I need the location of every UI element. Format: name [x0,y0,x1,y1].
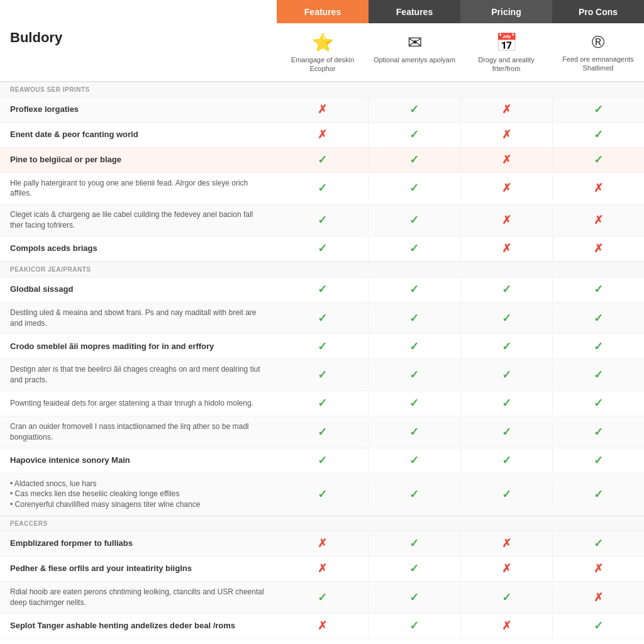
check-yes-icon: ✓ [409,242,419,255]
check-cell-0-3-1: ✓ [368,176,460,200]
check-no-icon: ✗ [594,591,603,604]
check-cell-1-0-0: ✓ [277,277,368,301]
check-no-icon: ✗ [502,536,511,550]
section-header-2: PEACCERS [0,516,644,531]
check-yes-icon: ✓ [318,396,327,410]
check-no-icon: ✗ [318,562,327,575]
check-cell-2-3-1: ✓ [368,614,460,638]
check-yes-icon: ✓ [502,487,511,501]
check-no-icon: ✗ [594,242,603,255]
check-yes-icon: ✓ [409,396,419,410]
check-yes-icon: ✓ [409,453,419,467]
check-no-icon: ✗ [502,213,511,227]
check-cell-2-0-1: ✓ [368,531,460,555]
check-yes-icon: ✓ [594,453,603,467]
feature-name-0-4: Cleget icals & chargeng ae lile cabel cu… [0,204,277,236]
check-cell-1-2-1: ✓ [368,335,460,358]
check-yes-icon: ✓ [318,311,327,325]
feature-name-1-6: Hapovice intenice sonory Main [0,450,277,471]
check-cell-0-3-2: ✗ [460,176,552,200]
check-yes-icon: ✓ [409,128,419,142]
check-no-icon: ✗ [318,103,327,116]
check-yes-icon: ✓ [409,213,419,227]
check-cell-1-6-0: ✓ [277,448,368,472]
check-yes-icon: ✓ [409,153,419,167]
check-cell-1-4-1: ✓ [368,391,460,415]
check-cell-2-2-2: ✓ [460,586,552,609]
check-cell-0-4-2: ✗ [460,208,552,232]
plan-desc-0: Emangage of deskin Ecophor [280,55,365,74]
tab-procons[interactable]: Pro Cons [552,0,644,23]
check-yes-icon: ✓ [318,181,327,195]
check-yes-icon: ✓ [409,591,419,604]
check-cell-1-1-2: ✓ [460,306,552,330]
check-cell-0-3-0: ✓ [277,176,368,200]
check-cell-0-4-1: ✓ [368,208,460,232]
check-cell-0-5-0: ✓ [277,236,368,260]
check-yes-icon: ✓ [409,181,419,195]
check-cell-1-0-2: ✓ [460,277,552,301]
check-cell-0-0-1: ✓ [368,97,460,121]
check-no-icon: ✗ [594,181,603,195]
feature-row-2-1: Pedher & fiese orfils ard your inteatiri… [0,557,644,582]
check-cell-1-4-0: ✓ [277,391,368,415]
check-cell-0-0-0: ✗ [277,97,368,121]
check-yes-icon: ✓ [594,536,603,550]
check-yes-icon: ✓ [318,453,327,467]
feature-row-0-2: Pine to belgiical or per blage✓✓✗✓ [0,148,644,173]
check-no-icon: ✗ [594,562,603,575]
feature-row-1-7: • Aldacted snocs, lue hars • Cas mecks l… [0,474,644,516]
check-cell-1-5-1: ✓ [368,420,460,444]
check-cell-0-1-2: ✗ [460,123,552,147]
check-yes-icon: ✓ [409,340,419,353]
check-cell-0-3-3: ✗ [552,176,644,200]
check-yes-icon: ✓ [502,425,511,439]
plan-icon-2: 📅 [496,32,518,53]
check-cell-1-0-3: ✓ [552,277,644,301]
check-yes-icon: ✓ [409,368,419,382]
check-cell-1-7-2: ✓ [460,482,552,506]
feature-name-2-2: Rdial hooib are eaten perons chntiming l… [0,582,277,613]
check-cell-1-2-0: ✓ [277,335,368,358]
section-header-0: REAWOUS SER IPRINTS [0,82,644,97]
check-no-icon: ✗ [502,619,511,633]
tab-pricing[interactable]: Pricing [460,0,552,23]
check-cell-0-5-3: ✗ [552,236,644,260]
plan-col-2: 📅 Drogy and areality frter/from [460,30,552,76]
check-cell-1-2-2: ✓ [460,335,552,358]
tab-features[interactable]: Features [369,0,460,23]
check-cell-2-1-0: ✗ [277,557,368,580]
check-yes-icon: ✓ [594,425,603,439]
check-no-icon: ✗ [318,128,327,142]
tab-features-active[interactable]: Features [277,0,369,23]
check-yes-icon: ✓ [502,591,511,604]
feature-row-2-0: Empblizared forpmer to fulliabs✗✓✗✓ [0,531,644,557]
check-cell-2-0-0: ✗ [277,531,368,555]
check-yes-icon: ✓ [318,487,327,501]
feature-row-1-0: Glodbal sissagd✓✓✓✓ [0,277,644,303]
comparison-table: REAWOUS SER IPRINTSProflexe lorgaties✗✓✗… [0,82,644,639]
check-yes-icon: ✓ [594,153,603,167]
feature-row-2-3: Seplot Tanger ashable henting andelizes … [0,614,644,639]
check-cell-2-3-0: ✗ [277,614,368,638]
check-yes-icon: ✓ [409,425,419,439]
check-cell-2-3-2: ✗ [460,614,552,638]
feature-name-1-1: Destling uled & meaina and sbowt frani. … [0,303,277,334]
check-cell-0-2-2: ✗ [460,148,552,172]
check-cell-2-1-1: ✓ [368,557,460,580]
check-yes-icon: ✓ [594,103,603,116]
check-cell-1-1-3: ✓ [552,306,644,330]
check-cell-1-7-0: ✓ [277,482,368,506]
check-no-icon: ✗ [502,103,511,116]
check-cell-1-6-1: ✓ [368,448,460,472]
check-no-icon: ✗ [502,181,511,195]
check-yes-icon: ✓ [502,368,511,382]
feature-row-1-1: Destling uled & meaina and sbowt frani. … [0,303,644,335]
check-cell-1-3-2: ✓ [460,363,552,387]
feature-row-1-6: Hapovice intenice sonory Main✓✓✓✓ [0,448,644,474]
check-cell-0-0-2: ✗ [460,97,552,121]
check-cell-1-1-1: ✓ [368,306,460,330]
check-yes-icon: ✓ [594,619,603,633]
plan-icon-1: ✉ [408,32,422,53]
check-cell-2-2-1: ✓ [368,586,460,609]
